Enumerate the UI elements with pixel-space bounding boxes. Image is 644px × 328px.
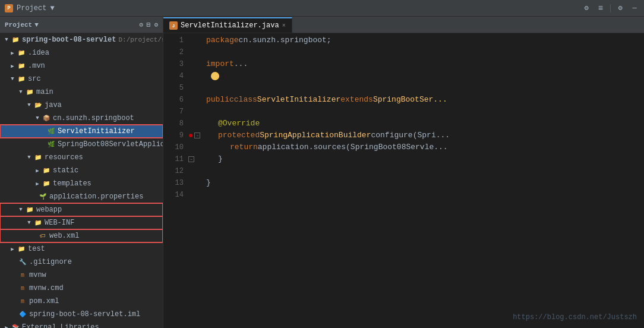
src-arrow: ▼ <box>8 75 17 83</box>
servlet-tab[interactable]: J ServletInitializer.java × <box>163 17 292 33</box>
main-item[interactable]: ▼ 📁 main <box>0 86 163 99</box>
root-path: D:/project/springboot/spring-boot-08-ser… <box>118 36 163 43</box>
iml-arrow <box>13 310 18 318</box>
mvnw-label: mvnw <box>29 271 46 279</box>
templates-folder-icon: 📁 <box>42 179 51 188</box>
webxml-icon: 🏷 <box>38 231 48 241</box>
minimize-icon[interactable]: — <box>630 4 639 13</box>
layout-icon[interactable]: ⊟ <box>147 21 151 29</box>
mvnw-arrow <box>13 271 18 279</box>
mvnw-icon: m <box>18 270 27 280</box>
package-item[interactable]: ▼ 📦 cn.sunzh.springboot <box>0 112 163 125</box>
tab-java-icon: J <box>169 21 178 30</box>
code-line-5 <box>206 82 639 94</box>
webapp-arrow: ▼ <box>17 206 25 214</box>
props-icon: 🌱 <box>38 192 48 201</box>
pomxml-item[interactable]: m pom.xml <box>0 295 163 308</box>
mvnwcmd-item[interactable]: m mvnw.cmd <box>0 282 163 295</box>
ln-1: 1 <box>163 34 184 46</box>
gutter: ● - - <box>188 33 201 328</box>
code-content[interactable]: package cn.sunzh.springboot; import ... <box>201 33 644 328</box>
watermark: https://blog.csdn.net/Justszh <box>513 311 637 323</box>
iml-label: spring-boot-08-servlet.iml <box>29 310 140 318</box>
g9: ● - <box>188 130 201 141</box>
g11: - <box>188 153 201 165</box>
servlet-spring-icon: 🌿 <box>46 127 56 136</box>
props-arrow <box>33 193 38 201</box>
settings-icon[interactable]: ≡ <box>596 4 605 13</box>
ext-libs-item[interactable]: ▶ 📚 External Libraries <box>0 321 163 328</box>
servlet-arrow <box>42 127 46 135</box>
g7 <box>188 106 201 118</box>
webapp-item[interactable]: ▼ 📁 webapp <box>0 203 163 216</box>
code-line-14 <box>206 189 639 201</box>
project-dropdown-arrow[interactable]: ▼ <box>50 4 54 12</box>
ln-9: 9 <box>163 130 184 141</box>
mvnw-item[interactable]: m mvnw <box>0 269 163 282</box>
webinf-arrow: ▼ <box>25 219 33 227</box>
test-item[interactable]: ▶ 📁 test <box>0 242 163 256</box>
settings-icon-small[interactable]: ⚙ <box>139 21 143 29</box>
hint-icon <box>211 72 219 80</box>
main-label: main <box>36 88 53 96</box>
fold-marker[interactable]: - <box>194 133 200 138</box>
gear-icon-1[interactable]: ⚙ <box>582 4 591 13</box>
static-label: static <box>53 166 78 175</box>
g1 <box>188 34 201 46</box>
gitignore-item[interactable]: 🔧 .gitignore <box>0 256 163 269</box>
editor-area: J ServletInitializer.java × 1 2 3 4 5 6 … <box>163 17 644 328</box>
resources-item[interactable]: ▼ 📁 resources <box>0 151 163 164</box>
extlibs-icon: 📚 <box>11 323 20 328</box>
code-line-4 <box>206 70 639 82</box>
mvn-arrow: ▶ <box>8 62 17 70</box>
gear-icon-small[interactable]: ⚙ <box>154 21 158 29</box>
package-label: cn.sunzh.springboot <box>53 114 134 122</box>
gear-icon-2[interactable]: ⚙ <box>615 4 625 13</box>
idea-item[interactable]: ▶ 📁 .idea <box>0 46 163 59</box>
code-gutter-content: ● - - package cn.sunzh.springboot; <box>188 33 644 328</box>
ln-6: 6 <box>163 94 184 106</box>
code-line-3: import ... <box>206 58 639 70</box>
g10 <box>188 141 201 153</box>
src-item[interactable]: ▼ 📁 src <box>0 72 163 86</box>
g3 <box>188 58 201 70</box>
springboot-app-item[interactable]: 🌿 SpringBoot08ServletApplication <box>0 138 163 151</box>
templates-item[interactable]: ▶ 📁 templates <box>0 177 163 190</box>
main-folder-icon: 📁 <box>25 87 34 97</box>
code-line-8: @Override <box>206 118 639 130</box>
app-properties-item[interactable]: 🌱 application.properties <box>0 190 163 203</box>
webxml-arrow <box>33 232 38 240</box>
tree-root[interactable]: ▼ 📁 spring-boot-08-servlet D:/project/sp… <box>0 33 163 46</box>
divider <box>610 4 611 12</box>
project-dropdown[interactable]: Project ▼ <box>5 21 39 29</box>
package-icon: 📦 <box>42 113 51 123</box>
pom-icon: m <box>18 297 27 306</box>
ln-8: 8 <box>163 118 184 130</box>
gitignore-label: .gitignore <box>29 258 72 266</box>
mvnwcmd-icon: m <box>18 283 27 293</box>
tab-label: ServletInitializer.java <box>181 21 279 30</box>
code-line-9: protected SpringApplicationBuilder confi… <box>206 130 639 141</box>
extlibs-arrow: ▶ <box>2 323 11 328</box>
servlet-initializer-item[interactable]: 🌿 ServletInitializer <box>0 125 163 138</box>
title-bar: P Project ▼ ⚙ ≡ ⚙ — <box>0 0 644 17</box>
java-item[interactable]: ▼ 📂 java <box>0 99 163 112</box>
webxml-label: web.xml <box>49 232 79 240</box>
idea-arrow: ▶ <box>8 49 17 57</box>
breakpoint-icon: ● <box>188 131 193 140</box>
webxml-item[interactable]: 🏷 web.xml <box>0 229 163 242</box>
webapp-label: webapp <box>36 206 62 214</box>
templates-label: templates <box>53 179 91 188</box>
code-line-13: } <box>206 177 639 189</box>
iml-item[interactable]: 🔷 spring-boot-08-servlet.iml <box>0 308 163 321</box>
static-item[interactable]: ▶ 📁 static <box>0 164 163 177</box>
project-icon: P <box>5 4 13 12</box>
tab-close-btn[interactable]: × <box>282 23 286 29</box>
git-icon: 🔧 <box>18 257 27 267</box>
mvn-item[interactable]: ▶ 📁 .mvn <box>0 59 163 72</box>
fold-marker-2[interactable]: - <box>188 156 194 162</box>
webinf-item[interactable]: ▼ 📁 WEB-INF <box>0 216 163 229</box>
code-line-12 <box>206 165 639 177</box>
sidebar-header: Project ▼ ⚙ ⊟ ⚙ <box>0 17 163 33</box>
ln-12: 12 <box>163 165 184 177</box>
